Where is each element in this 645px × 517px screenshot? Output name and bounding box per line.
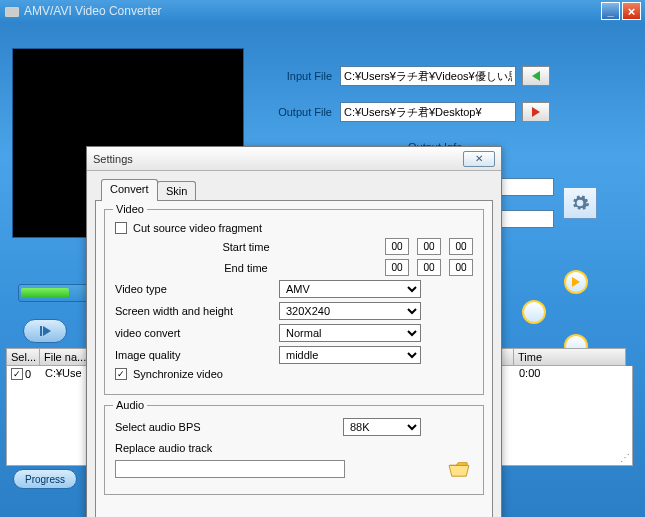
arrow-left-icon xyxy=(532,71,540,81)
tab-skin[interactable]: Skin xyxy=(157,181,196,201)
end-hh[interactable] xyxy=(385,259,409,276)
settings-gear-button[interactable] xyxy=(563,187,597,219)
settings-dialog: Settings ✕ Convert Skin Video Cut source… xyxy=(86,146,502,517)
play-round-button[interactable] xyxy=(564,270,588,294)
replace-label: Replace audio track xyxy=(115,442,212,454)
nav-first-button[interactable] xyxy=(23,319,67,343)
app-icon xyxy=(4,3,20,19)
video-convert-label: video convert xyxy=(115,327,279,339)
bps-select[interactable]: 88K xyxy=(343,418,421,436)
tab-pane-convert: Video Cut source video fragment Start ti… xyxy=(95,200,493,517)
cut-checkbox[interactable] xyxy=(115,222,127,234)
start-ss[interactable] xyxy=(449,238,473,255)
output-browse-button[interactable] xyxy=(522,102,550,122)
row-time: 0:00 xyxy=(515,366,627,382)
round-button-2[interactable] xyxy=(522,300,546,324)
browse-audio-button[interactable] xyxy=(445,458,473,480)
end-time-label: End time xyxy=(224,262,267,274)
row-sel: 0 xyxy=(25,368,31,380)
cut-label: Cut source video fragment xyxy=(133,222,262,234)
col-sel[interactable]: Sel... xyxy=(6,348,40,366)
gear-icon xyxy=(570,193,590,213)
progress-fill xyxy=(21,288,69,298)
video-fieldset: Video Cut source video fragment Start ti… xyxy=(104,209,484,395)
end-ss[interactable] xyxy=(449,259,473,276)
end-mm[interactable] xyxy=(417,259,441,276)
audio-fieldset: Audio Select audio BPS 88K Replace audio… xyxy=(104,405,484,495)
output-file-label: Output File xyxy=(272,106,332,118)
bps-label: Select audio BPS xyxy=(115,421,343,433)
start-time-label: Start time xyxy=(222,241,269,253)
progress-detail-button[interactable]: Progress xyxy=(13,469,77,489)
window-title: AMV/AVI Video Converter xyxy=(24,4,599,18)
play-icon xyxy=(572,277,580,287)
sync-checkbox[interactable]: ✓ xyxy=(115,368,127,380)
close-button[interactable]: × xyxy=(622,2,641,20)
col-time[interactable]: Time xyxy=(514,348,626,366)
replace-track-input[interactable] xyxy=(115,460,345,478)
video-convert-select[interactable]: Normal xyxy=(279,324,421,342)
start-mm[interactable] xyxy=(417,238,441,255)
video-type-select[interactable]: AMV xyxy=(279,280,421,298)
video-type-label: Video type xyxy=(115,283,279,295)
tab-convert[interactable]: Convert xyxy=(101,179,158,201)
dialog-close-button[interactable]: ✕ xyxy=(463,151,495,167)
resize-grip-icon[interactable]: ⋰ xyxy=(620,452,630,463)
arrow-right-icon xyxy=(532,107,540,117)
output-file-field[interactable] xyxy=(340,102,516,122)
dialog-title: Settings xyxy=(93,153,463,165)
image-quality-select[interactable]: middle xyxy=(279,346,421,364)
row-checkbox[interactable]: ✓ xyxy=(11,368,23,380)
wh-select[interactable]: 320X240 xyxy=(279,302,421,320)
input-file-field[interactable] xyxy=(340,66,516,86)
col-filename[interactable]: File na... xyxy=(40,348,92,366)
audio-legend: Audio xyxy=(113,399,147,411)
wh-label: Screen width and height xyxy=(115,305,279,317)
start-hh[interactable] xyxy=(385,238,409,255)
sync-label: Synchronize video xyxy=(133,368,223,380)
folder-icon xyxy=(448,460,470,478)
input-browse-button[interactable] xyxy=(522,66,550,86)
input-file-label: Input File xyxy=(272,70,332,82)
video-legend: Video xyxy=(113,203,147,215)
minimize-button[interactable]: _ xyxy=(601,2,620,20)
image-quality-label: Image quality xyxy=(115,349,279,361)
